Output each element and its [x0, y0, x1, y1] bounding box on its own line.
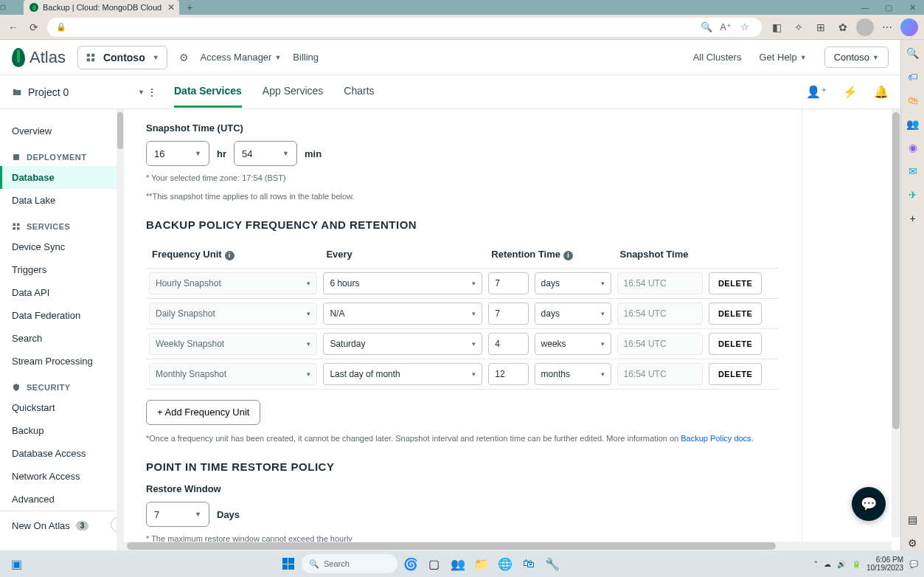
sidebar-data-federation[interactable]: Data Federation — [0, 304, 124, 327]
taskbar-search[interactable]: 🔍Search — [302, 554, 397, 573]
activity-icon[interactable]: ⚡ — [843, 85, 858, 99]
retention-value-input[interactable]: 12 — [488, 363, 528, 385]
start-button[interactable] — [278, 553, 299, 574]
sidebar-advanced[interactable]: Advanced — [0, 488, 124, 511]
edge-send-icon[interactable]: ✈ — [906, 187, 920, 202]
taskbar-clock[interactable]: 6:06 PM10/19/2023 — [866, 556, 903, 572]
every-select[interactable]: 6 hours▾ — [323, 272, 482, 294]
project-more-button[interactable]: ⋮ — [145, 86, 159, 98]
invite-icon[interactable]: 👤⁺ — [806, 85, 827, 99]
delete-row-button[interactable]: DELETE — [709, 363, 762, 385]
get-help-link[interactable]: Get Help▼ — [759, 52, 806, 63]
window-maximize-button[interactable]: ▢ — [877, 3, 900, 13]
sidebar-data-api[interactable]: Data API — [0, 281, 124, 304]
retention-unit-select[interactable]: weeks▾ — [535, 333, 611, 355]
sidebar-stream-processing[interactable]: Stream Processing — [0, 350, 124, 373]
edge-shopping-icon[interactable]: 🛍 — [906, 93, 920, 108]
taskbar-widgets[interactable]: ▣ — [6, 553, 27, 574]
delete-row-button[interactable]: DELETE — [709, 333, 762, 355]
sidebar-triggers[interactable]: Triggers — [0, 258, 124, 281]
back-button[interactable]: ← — [6, 20, 21, 35]
edge-tag-icon[interactable]: 🏷 — [906, 69, 920, 84]
org-selector[interactable]: Contoso ▼ — [77, 46, 167, 69]
taskbar-app[interactable]: 🔧 — [542, 553, 563, 574]
retention-unit-select[interactable]: days▾ — [535, 272, 611, 294]
edge-panel-icon[interactable]: ▤ — [906, 512, 920, 527]
every-select[interactable]: N/A▾ — [323, 303, 482, 325]
window-close-button[interactable]: ✕ — [900, 3, 924, 13]
atlas-logo[interactable]: Atlas — [12, 48, 66, 67]
sidebar-scrollbar[interactable] — [117, 109, 124, 550]
edge-settings-icon[interactable]: ⚙ — [906, 536, 920, 550]
tab-actions-icon[interactable] — [0, 0, 6, 15]
notifications-icon[interactable]: 🔔 — [874, 85, 889, 99]
freq-unit-select[interactable]: Daily Snapshot▾ — [149, 303, 317, 325]
sidebar-database-access[interactable]: Database Access — [0, 442, 124, 465]
freq-unit-select[interactable]: Weekly Snapshot▾ — [149, 333, 317, 355]
sidebar-database[interactable]: Database — [0, 166, 124, 189]
retention-value-input[interactable]: 7 — [488, 303, 528, 325]
edge-people-icon[interactable]: 👥 — [906, 117, 920, 131]
tray-volume-icon[interactable]: 🔊 — [837, 560, 846, 568]
delete-row-button[interactable]: DELETE — [709, 272, 762, 294]
retention-value-input[interactable]: 7 — [488, 272, 528, 294]
window-minimize-button[interactable]: — — [853, 3, 877, 13]
split-screen-icon[interactable]: ◧ — [768, 18, 785, 36]
taskbar-store[interactable]: 🛍 — [518, 553, 539, 574]
favorite-icon[interactable]: ☆ — [737, 19, 753, 35]
text-size-icon[interactable]: A⁺ — [718, 19, 734, 35]
edge-spin-icon[interactable]: ◉ — [906, 140, 920, 155]
taskbar-taskview[interactable]: ▢ — [424, 553, 445, 574]
tray-chevron-icon[interactable]: ˄ — [814, 560, 818, 568]
all-clusters-link[interactable]: All Clusters — [693, 52, 742, 63]
freq-unit-select[interactable]: Hourly Snapshot▾ — [149, 272, 317, 294]
sidebar-datalake[interactable]: Data Lake — [0, 189, 124, 212]
sidebar-search[interactable]: Search — [0, 327, 124, 350]
sidebar-new-on-atlas[interactable]: New On Atlas 3 ‹ — [0, 511, 124, 540]
extensions-icon[interactable]: ✿ — [834, 18, 852, 36]
edge-add-icon[interactable]: + — [906, 211, 920, 226]
taskbar-explorer[interactable]: 📁 — [471, 553, 492, 574]
sidebar-device-sync[interactable]: Device Sync — [0, 235, 124, 258]
info-icon[interactable]: i — [563, 251, 573, 260]
snapshot-min-select[interactable]: 54▼ — [234, 141, 297, 166]
address-bar[interactable]: 🔒 🔍 A⁺ ☆ — [47, 18, 762, 37]
restore-window-select[interactable]: 7▼ — [146, 502, 209, 527]
retention-unit-select[interactable]: months▾ — [535, 363, 611, 385]
browser-tab[interactable]: Backup | Cloud: MongoDB Cloud ✕ — [24, 0, 179, 15]
sidebar-network-access[interactable]: Network Access — [0, 465, 124, 488]
add-frequency-button[interactable]: + Add Frequency Unit — [146, 400, 260, 425]
backup-policy-docs-link[interactable]: Backup Policy docs — [681, 434, 751, 443]
snapshot-hour-select[interactable]: 16▼ — [146, 141, 209, 166]
tray-battery-icon[interactable]: 🔋 — [852, 560, 861, 568]
access-manager-link[interactable]: Access Manager▼ — [201, 52, 282, 63]
edge-search-icon[interactable]: 🔍 — [906, 46, 920, 61]
project-selector[interactable]: Project 0 ▼ — [12, 86, 145, 98]
sidebar-overview[interactable]: Overview — [0, 120, 124, 142]
tray-notifications-icon[interactable]: 💬 — [909, 560, 918, 568]
sidebar-quickstart[interactable]: Quickstart — [0, 396, 124, 419]
taskbar-teams[interactable]: 👥 — [448, 553, 468, 574]
sidebar-backup[interactable]: Backup — [0, 419, 124, 442]
user-menu[interactable]: Contoso▼ — [824, 46, 889, 68]
freq-unit-select[interactable]: Monthly Snapshot▾ — [149, 363, 317, 385]
tab-close-icon[interactable]: ✕ — [167, 2, 175, 13]
tab-charts[interactable]: Charts — [344, 76, 374, 108]
retention-value-input[interactable]: 4 — [488, 333, 528, 355]
info-icon[interactable]: i — [225, 251, 235, 260]
taskbar-copilot[interactable]: 🌀 — [400, 553, 421, 574]
zoom-icon[interactable]: 🔍 — [698, 19, 715, 35]
favorites-bar-icon[interactable]: ✧ — [790, 18, 807, 36]
tray-cloud-icon[interactable]: ☁ — [824, 560, 831, 568]
retention-unit-select[interactable]: days▾ — [535, 303, 611, 325]
edge-outlook-icon[interactable]: ✉ — [906, 164, 920, 179]
billing-link[interactable]: Billing — [293, 52, 319, 63]
every-select[interactable]: Saturday▾ — [323, 333, 482, 355]
tab-data-services[interactable]: Data Services — [174, 76, 242, 108]
refresh-button[interactable]: ⟳ — [27, 20, 41, 35]
every-select[interactable]: Last day of month▾ — [323, 363, 482, 385]
new-tab-button[interactable]: + — [179, 1, 200, 13]
main-scrollbar-horizontal[interactable] — [124, 542, 892, 550]
more-icon[interactable]: ⋯ — [878, 18, 896, 36]
copilot-icon[interactable] — [900, 18, 918, 36]
